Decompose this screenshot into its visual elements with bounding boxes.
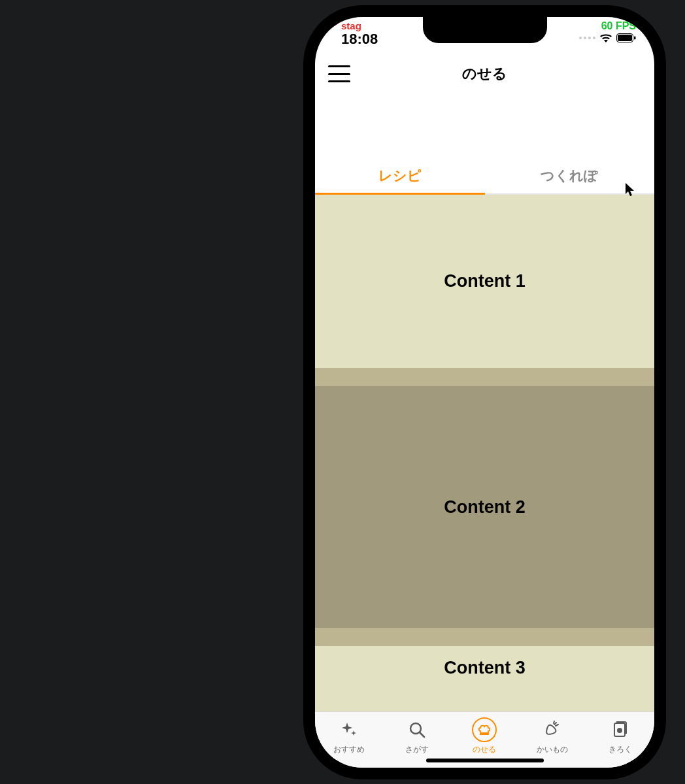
home-indicator[interactable] xyxy=(426,759,544,762)
phone-frame: stag 18:08 60 FPS xyxy=(303,5,666,779)
bottom-tab-label: きろく xyxy=(609,744,632,755)
segment-tabs: レシピ つくれぽ xyxy=(315,158,654,195)
battery-icon xyxy=(616,33,636,42)
notch xyxy=(423,17,547,43)
hamburger-icon xyxy=(328,65,350,67)
svg-line-4 xyxy=(420,732,424,737)
chef-hat-icon xyxy=(472,717,497,742)
tab-label: レシピ xyxy=(378,167,422,185)
tab-label: つくれぽ xyxy=(541,167,598,185)
bottom-tab-label: かいもの xyxy=(537,744,568,755)
status-clock: 18:08 xyxy=(341,31,378,46)
content-scroll[interactable]: Content 1 Content 2 Content 3 xyxy=(315,195,654,711)
cellular-dots-icon xyxy=(579,37,595,39)
section-divider xyxy=(315,628,654,646)
status-left: stag 18:08 xyxy=(341,21,378,46)
bottom-tab-sagasu[interactable]: さがす xyxy=(383,717,451,755)
tab-recipe[interactable]: レシピ xyxy=(315,158,485,193)
sparkle-icon xyxy=(337,717,361,742)
content-block[interactable]: Content 1 xyxy=(315,195,654,368)
status-right: 60 FPS xyxy=(579,21,636,43)
content-label: Content 2 xyxy=(444,497,526,517)
nav-bar: のせる xyxy=(315,54,654,94)
carrot-icon xyxy=(540,717,565,742)
svg-rect-2 xyxy=(634,37,636,40)
bottom-tab-osusume[interactable]: おすすめ xyxy=(315,717,383,755)
content-block[interactable]: Content 2 xyxy=(315,386,654,628)
section-divider xyxy=(315,368,654,386)
bottom-tab-kaimono[interactable]: かいもの xyxy=(518,717,586,755)
search-icon xyxy=(405,717,429,742)
stag-label: stag xyxy=(341,21,378,31)
bottom-tab-label: おすすめ xyxy=(333,744,365,755)
status-indicators xyxy=(579,33,636,43)
bottom-tab-kiroku[interactable]: きろく xyxy=(586,717,654,755)
content-block[interactable]: Content 3 xyxy=(315,646,654,711)
tab-tsukurepo[interactable]: つくれぽ xyxy=(485,158,655,193)
svg-point-7 xyxy=(617,728,622,733)
header-spacer xyxy=(315,94,654,158)
menu-button[interactable] xyxy=(328,65,350,82)
svg-rect-1 xyxy=(618,35,632,41)
phone-screen: stag 18:08 60 FPS xyxy=(315,17,654,768)
page-title: のせる xyxy=(462,64,507,84)
card-icon xyxy=(608,717,633,742)
bottom-tab-label: さがす xyxy=(405,744,429,755)
fps-counter: 60 FPS xyxy=(601,21,636,32)
content-label: Content 1 xyxy=(444,271,526,291)
bottom-tab-label: のせる xyxy=(473,744,496,755)
wifi-icon xyxy=(599,33,612,43)
content-label: Content 3 xyxy=(444,658,526,678)
bottom-tab-noseru[interactable]: のせる xyxy=(451,717,519,755)
